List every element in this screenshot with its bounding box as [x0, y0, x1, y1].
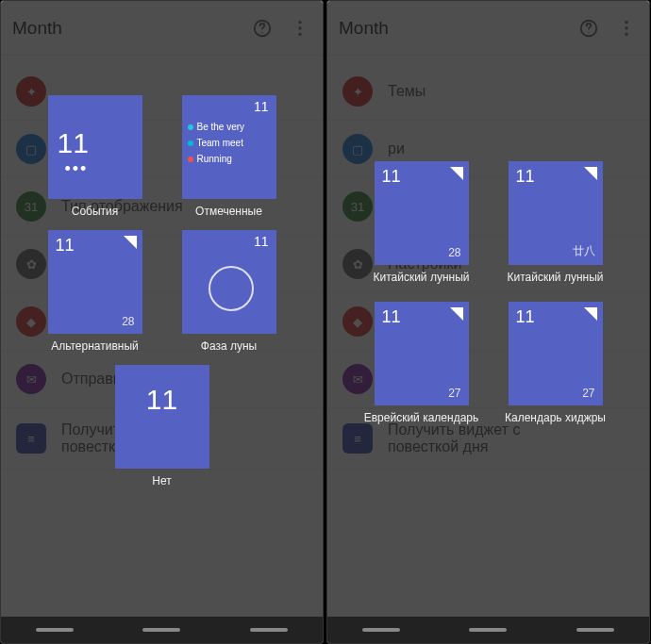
nav-back[interactable] [36, 628, 74, 632]
nav-home[interactable] [142, 628, 180, 632]
nav-recent[interactable] [250, 628, 288, 632]
tile-preview: 11 ••• [48, 95, 142, 199]
android-navbar [1, 617, 323, 643]
tile-preview: 11 27 [375, 302, 469, 405]
corner-icon [584, 307, 597, 321]
tile-preview: 11 28 [375, 161, 469, 265]
corner-icon [450, 307, 463, 321]
nav-home[interactable] [469, 628, 507, 632]
tile-preview: 11 Be the very Team meet Running [182, 95, 276, 199]
corner-icon [124, 236, 137, 249]
nav-recent[interactable] [576, 628, 614, 632]
option-moon[interactable]: 11 Фаза луны [169, 230, 290, 354]
option-none[interactable]: 11 Нет [42, 365, 283, 488]
moon-icon [209, 266, 254, 311]
nav-back[interactable] [362, 628, 400, 632]
screen-right: Month ✦Темы ▢ри 31раж ✿Настройки ◆ ✉ть с… [326, 0, 650, 644]
tile-preview: 11 27 [509, 302, 603, 405]
screen-left: Month ✦ ▢ри 31Тип отображения ✿ки ◆Магаз… [0, 0, 324, 644]
corner-icon [450, 167, 463, 180]
tile-preview: 11 28 [48, 230, 142, 334]
event-list: Be the very Team meet Running [188, 122, 273, 170]
display-type-options: 11 ••• События 11 Be the very Team meet … [1, 95, 323, 488]
corner-icon [584, 167, 597, 180]
tile-preview: 11 [182, 230, 276, 334]
tile-preview: 11 [115, 365, 209, 469]
option-alternative[interactable]: 11 28 Альтернативный [35, 230, 156, 354]
android-navbar [327, 617, 649, 643]
tile-preview: 11 廿八 [509, 161, 603, 265]
option-events[interactable]: 11 ••• События [35, 95, 156, 219]
event-dot-icon [188, 140, 193, 146]
calendar-type-options: 11 28 Китайский лунный 11 廿八 Китайский л… [327, 161, 649, 425]
option-hebrew[interactable]: 11 27 Еврейский календарь [361, 302, 482, 425]
event-dot-icon [188, 124, 193, 130]
event-dot-icon [188, 157, 193, 162]
option-marked[interactable]: 11 Be the very Team meet Running Отмечен… [169, 95, 290, 219]
option-hijri[interactable]: 11 27 Календарь хиджры [495, 302, 616, 425]
option-chinese-lunar[interactable]: 11 28 Китайский лунный [361, 161, 482, 285]
option-chinese-lunar-cn[interactable]: 11 廿八 Китайский лунный [495, 161, 616, 285]
